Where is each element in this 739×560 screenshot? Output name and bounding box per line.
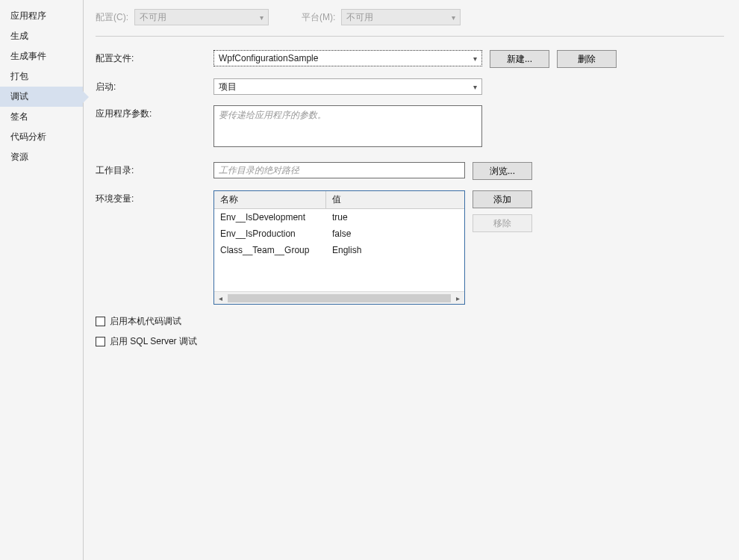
args-label: 应用程序参数: <box>96 105 213 120</box>
table-row[interactable]: Env__IsProduction false <box>214 225 464 242</box>
chevron-down-icon: ▾ <box>473 83 477 91</box>
chevron-down-icon: ▾ <box>473 55 477 63</box>
launch-value: 项目 <box>219 81 237 93</box>
sidebar-item-application[interactable]: 应用程序 <box>0 6 83 26</box>
chevron-down-icon: ▾ <box>260 13 264 22</box>
env-table[interactable]: 名称 值 Env__IsDevelopment true Env__IsProd… <box>213 190 465 305</box>
native-debug-label: 启用本机代码调试 <box>110 315 181 328</box>
native-debug-checkbox[interactable] <box>96 317 105 326</box>
profile-label: 配置文件: <box>96 50 213 65</box>
config-platform-bar: 配置(C): 不可用 ▾ 平台(M): 不可用 ▾ <box>96 9 724 37</box>
sql-debug-label: 启用 SQL Server 调试 <box>110 335 197 348</box>
scroll-right-icon[interactable]: ▸ <box>452 294 464 302</box>
sidebar-item-label: 生成 <box>10 31 28 41</box>
sidebar-item-resources[interactable]: 资源 <box>0 147 83 167</box>
launch-dropdown[interactable]: 项目 ▾ <box>213 78 482 95</box>
launch-label: 启动: <box>96 78 213 93</box>
env-name-cell: Env__IsProduction <box>214 225 326 242</box>
platform-label: 平台(M): <box>302 11 335 24</box>
sql-debug-checkbox[interactable] <box>96 337 105 346</box>
table-row[interactable]: Class__Team__Group English <box>214 242 464 258</box>
sidebar-item-package[interactable]: 打包 <box>0 66 83 87</box>
scroll-thumb[interactable] <box>228 294 451 302</box>
config-label: 配置(C): <box>96 11 128 24</box>
sidebar-item-label: 打包 <box>10 71 28 81</box>
add-env-button[interactable]: 添加 <box>473 190 532 208</box>
profile-dropdown[interactable]: WpfConfigurationSample ▾ <box>213 50 482 66</box>
platform-dropdown: 不可用 ▾ <box>341 9 461 25</box>
env-table-header: 名称 值 <box>214 191 464 209</box>
env-name-cell: Class__Team__Group <box>214 242 326 258</box>
platform-value: 不可用 <box>346 11 373 24</box>
sidebar-item-signing[interactable]: 签名 <box>0 107 83 127</box>
sidebar-item-label: 代码分析 <box>10 131 46 142</box>
main-panel: 配置(C): 不可用 ▾ 平台(M): 不可用 ▾ 配置文件: WpfConfi… <box>84 0 739 560</box>
sidebar-item-build[interactable]: 生成 <box>0 26 83 46</box>
env-head-name: 名称 <box>214 191 326 208</box>
new-profile-button[interactable]: 新建... <box>490 50 549 68</box>
sidebar-item-label: 资源 <box>10 152 28 162</box>
env-scrollbar[interactable]: ◂ ▸ <box>214 291 464 304</box>
sidebar-item-label: 应用程序 <box>10 10 46 21</box>
env-name-cell: Env__IsDevelopment <box>214 209 326 225</box>
args-input[interactable] <box>213 105 482 147</box>
chevron-down-icon: ▾ <box>452 13 455 22</box>
sidebar: 应用程序 生成 生成事件 打包 调试 签名 代码分析 资源 <box>0 0 84 560</box>
sidebar-item-debug[interactable]: 调试 <box>0 87 83 107</box>
env-value-cell: false <box>326 225 464 242</box>
env-head-value: 值 <box>326 191 464 208</box>
env-value-cell: English <box>326 242 464 258</box>
env-value-cell: true <box>326 209 464 225</box>
workdir-label: 工作目录: <box>96 162 213 177</box>
workdir-input[interactable] <box>213 162 465 178</box>
remove-env-button: 移除 <box>473 214 532 232</box>
table-row[interactable]: Env__IsDevelopment true <box>214 209 464 225</box>
config-dropdown: 不可用 ▾ <box>134 9 269 25</box>
sidebar-item-label: 签名 <box>10 111 28 122</box>
sidebar-item-build-events[interactable]: 生成事件 <box>0 46 83 66</box>
browse-button[interactable]: 浏览... <box>473 162 532 180</box>
config-value: 不可用 <box>140 11 166 24</box>
sidebar-item-code-analysis[interactable]: 代码分析 <box>0 127 83 147</box>
profile-value: WpfConfigurationSample <box>219 53 318 63</box>
delete-profile-button[interactable]: 删除 <box>557 50 617 68</box>
env-table-body: Env__IsDevelopment true Env__IsProductio… <box>214 209 464 291</box>
sidebar-item-label: 调试 <box>10 91 28 102</box>
sidebar-item-label: 生成事件 <box>10 51 46 61</box>
scroll-left-icon[interactable]: ◂ <box>214 294 227 302</box>
env-label: 环境变量: <box>96 190 213 205</box>
